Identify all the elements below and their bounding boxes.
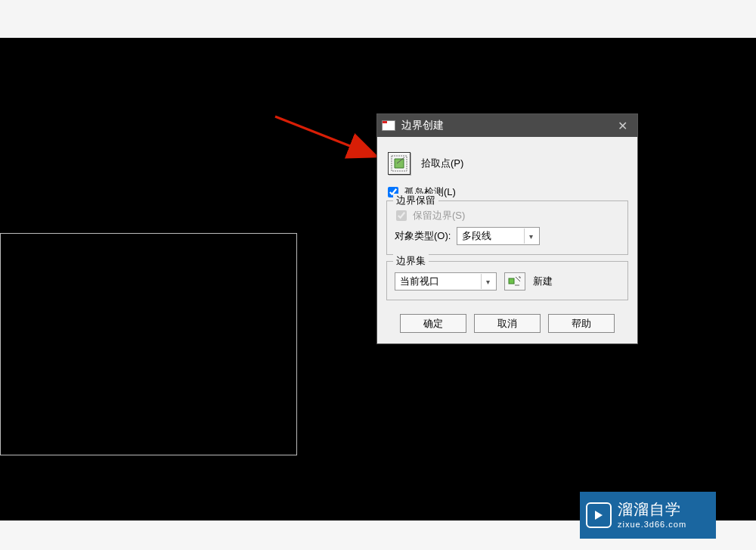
pick-points-icon [391,155,407,172]
dialog-titlebar[interactable]: 边界创建 ✕ [377,114,637,137]
help-button[interactable]: 帮助 [548,314,615,333]
pick-points-button[interactable] [388,152,411,175]
boundary-set-value: 当前视口 [400,275,439,288]
polyline-rectangle [0,233,297,455]
app-icon [382,120,395,131]
watermark-brand: 溜溜自学 [618,501,686,517]
dialog-body: 拾取点(P) 孤岛检测(L) 边界保留 保留边界(S) 对象类型(O): 多段线… [377,137,637,343]
chevron-down-icon: ▾ [481,274,494,289]
close-icon: ✕ [618,119,627,133]
watermark-site: zixue.3d66.com [618,520,686,529]
object-type-dropdown[interactable]: 多段线 ▾ [457,227,540,245]
play-icon [586,502,612,528]
object-type-value: 多段线 [462,229,491,243]
new-set-icon [508,275,522,287]
help-label: 帮助 [572,317,591,331]
keep-boundary-label: 保留边界(S) [413,209,465,222]
ok-button[interactable]: 确定 [400,314,466,333]
pick-points-label: 拾取点(P) [421,157,463,170]
watermark: 溜溜自学 zixue.3d66.com [580,492,716,539]
boundary-retention-group: 边界保留 保留边界(S) 对象类型(O): 多段线 ▾ [386,200,628,255]
cancel-label: 取消 [497,317,517,331]
object-type-label: 对象类型(O): [395,229,451,243]
cancel-button[interactable]: 取消 [474,314,541,333]
svg-marker-3 [395,159,404,168]
ok-label: 确定 [423,317,443,331]
boundary-set-legend: 边界集 [393,254,429,268]
boundary-set-dropdown[interactable]: 当前视口 ▾ [395,272,497,291]
new-boundary-set-label: 新建 [533,275,553,288]
svg-rect-5 [509,278,514,284]
boundary-retention-legend: 边界保留 [393,194,438,207]
new-boundary-set-button[interactable] [504,272,525,291]
chevron-down-icon: ▾ [524,228,538,244]
dialog-title: 边界创建 [401,119,444,132]
boundary-creation-dialog: 边界创建 ✕ 拾取点(P) 孤岛检测(L) 边界保留 保留边界(S) [376,113,638,344]
keep-boundary-checkbox [396,210,407,221]
svg-marker-6 [595,511,603,520]
close-button[interactable]: ✕ [607,114,637,137]
boundary-set-group: 边界集 当前视口 ▾ 新建 [386,261,628,300]
